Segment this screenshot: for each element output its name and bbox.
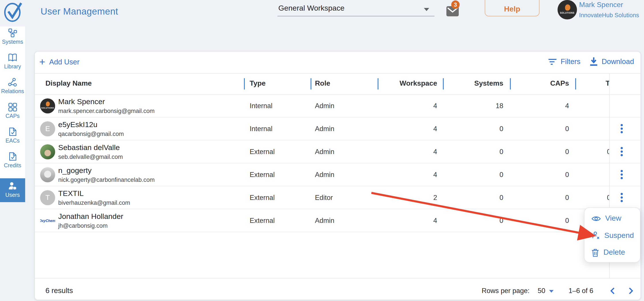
row-actions-kebab[interactable] (618, 193, 625, 202)
caps-icon (8, 102, 17, 112)
notifications-mail-button[interactable]: 3 (446, 6, 459, 16)
user-management-page: User Management General Workspace 3 Help… (0, 0, 644, 301)
sidebar-item-relations[interactable]: Relations (0, 78, 25, 101)
table-row[interactable]: T TEXTIL biverhauzenka@gmail.com Externa… (35, 186, 640, 209)
cell-type: Internal (250, 102, 272, 110)
eacs-icon (8, 127, 17, 136)
avatar: SOLUTIONS (558, 0, 577, 20)
next-page-button[interactable] (625, 285, 636, 296)
cell-clipped (575, 117, 610, 140)
header-user-org: InnovateHub Solutions (579, 12, 639, 19)
table-row[interactable]: n_gogerty nick.gogerty@carbonfinancelab.… (35, 163, 640, 186)
chevron-left-icon (610, 287, 615, 294)
table-row[interactable]: Sebastian delValle seb.delvalle@gmail.co… (35, 140, 640, 163)
rows-per-page-label: Rows per page: (482, 287, 530, 295)
sidebar-item-library[interactable]: Library (0, 53, 25, 76)
sidebar-item-caps[interactable]: CAPs (0, 102, 25, 125)
avatar (40, 144, 55, 159)
previous-page-button[interactable] (606, 285, 618, 296)
sidebar-item-systems[interactable]: Systems (0, 28, 25, 51)
workspace-select[interactable]: General Workspace (278, 2, 434, 16)
cell-workspace: 4 (434, 217, 437, 225)
col-type[interactable]: Type (250, 80, 266, 87)
cell-workspace: 4 (434, 171, 437, 179)
rows-per-page-arrow-icon[interactable] (549, 290, 554, 292)
column-resize-handle[interactable] (244, 78, 245, 90)
column-resize-handle[interactable] (378, 78, 378, 90)
col-systems[interactable]: Systems (474, 80, 503, 87)
credits-icon (8, 152, 17, 161)
cell-type: External (250, 171, 275, 179)
systems-icon (8, 28, 17, 38)
header-user-name: Mark Spencer (579, 1, 623, 9)
filters-button[interactable]: Filters (548, 57, 580, 66)
notification-badge: 3 (451, 1, 460, 9)
add-user-button[interactable]: + Add User (39, 57, 80, 66)
user-email: biverhauzenka@gmail.com (58, 199, 130, 206)
user-email: jh@carbonsig.com (58, 222, 108, 229)
cell-clipped (575, 94, 610, 117)
results-count: 6 results (46, 286, 73, 295)
row-context-menu: View Suspend Delete (584, 207, 640, 263)
dropdown-arrow-icon (424, 8, 429, 11)
user-display-name: Mark Spencer (58, 98, 105, 106)
sidebar-item-users[interactable]: Users (0, 178, 25, 202)
menu-item-delete[interactable]: Delete (584, 244, 640, 261)
app-logo-check-icon[interactable] (4, 1, 23, 22)
col-role[interactable]: Role (315, 80, 330, 87)
cell-role: Admin (315, 125, 334, 133)
table-row[interactable]: E e5yEskI12u qacarbonsig@gmail.com Inter… (35, 117, 640, 140)
workspace-select-value: General Workspace (278, 4, 344, 13)
user-email: qacarbonsig@gmail.com (58, 131, 124, 137)
user-display-name: n_gogerty (58, 166, 92, 175)
cell-systems: 0 (500, 125, 503, 133)
cell-systems: 0 (500, 148, 503, 156)
cell-caps: 0 (565, 217, 569, 225)
column-resize-handle[interactable] (510, 78, 511, 90)
column-resize-handle[interactable] (310, 78, 312, 90)
cell-workspace: 4 (434, 148, 437, 156)
cell-workspace: 2 (434, 194, 437, 202)
users-table-card: + Add User Filters Download Display Name… (34, 51, 641, 300)
help-button[interactable]: Help (485, 0, 540, 16)
column-resize-handle[interactable] (443, 78, 444, 90)
cell-systems: 0 (500, 217, 503, 225)
row-actions-kebab[interactable] (618, 124, 625, 133)
avatar: OxyChem. (40, 213, 55, 228)
col-workspace[interactable]: Workspace (400, 80, 437, 87)
row-actions-kebab[interactable] (618, 147, 625, 156)
menu-item-suspend[interactable]: Suspend (584, 227, 640, 244)
table-row[interactable]: OxyChem. Jonathan Hollander jh@carbonsig… (35, 209, 640, 232)
cell-clipped: 0 (575, 186, 610, 209)
user-display-name: TEXTIL (58, 189, 84, 198)
sidebar-item-credits[interactable]: Credits (0, 152, 25, 175)
cell-type: External (250, 217, 275, 225)
menu-item-view[interactable]: View (584, 210, 640, 227)
cell-systems: 0 (500, 171, 503, 179)
cell-type: Internal (250, 125, 272, 133)
avatar-logo-icon (46, 102, 50, 106)
avatar: SOLUTIONS (40, 98, 55, 113)
cell-caps: 0 (565, 125, 569, 133)
pagination-range: 1–6 of 6 (568, 287, 593, 295)
sidebar-item-eacs[interactable]: EACs (0, 127, 25, 150)
download-button[interactable]: Download (590, 57, 634, 66)
rows-per-page-select[interactable]: 50 (538, 287, 546, 295)
org-logo-icon (565, 4, 570, 10)
sidebar: Systems Library Relations CAPs (0, 27, 25, 202)
cell-clipped (575, 163, 610, 186)
row-actions-kebab[interactable] (618, 170, 625, 179)
table-row[interactable]: SOLUTIONS Mark Spencer mark.spencer.carb… (35, 94, 640, 117)
user-display-name: Jonathan Hollander (58, 212, 123, 221)
cell-caps: 0 (565, 171, 569, 179)
plus-icon: + (39, 57, 45, 66)
library-icon (8, 53, 17, 62)
cell-clipped: 0 (575, 140, 610, 163)
avatar: E (40, 121, 55, 136)
col-display-name[interactable]: Display Name (46, 80, 92, 87)
cell-role: Editor (315, 194, 333, 202)
chevron-right-icon (628, 287, 633, 294)
col-caps[interactable]: CAPs (550, 80, 569, 87)
table-header-row: Display Name Type Role Workspace Systems… (35, 73, 640, 94)
cell-role: Admin (315, 148, 334, 156)
